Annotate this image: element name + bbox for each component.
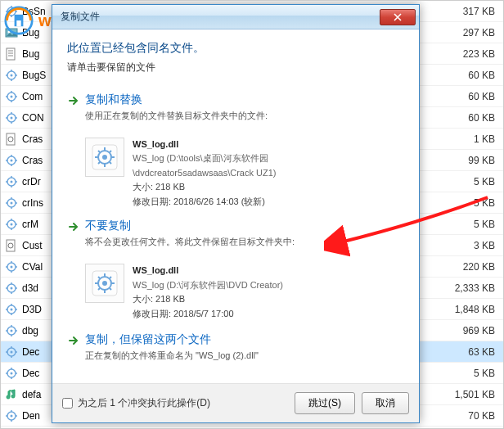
svg-point-92	[11, 372, 13, 374]
svg-point-54	[11, 223, 13, 225]
file-type-icon	[4, 323, 19, 338]
svg-rect-2	[16, 20, 20, 26]
file-date: 修改日期: 2018/6/26 14:03 (较新)	[133, 195, 276, 210]
option-title: 复制和替换	[85, 93, 404, 107]
option-desc: 将不会更改任何文件。将此文件保留在目标文件夹中:	[85, 235, 404, 249]
svg-point-36	[11, 159, 13, 161]
svg-point-130	[102, 281, 107, 286]
svg-line-124	[98, 151, 100, 152]
file-size: 1,848 KB	[446, 304, 503, 315]
dialog-title: 复制文件	[61, 10, 380, 24]
file-path-l1: WS_log (D:\tools\桌面\河东软件园	[133, 151, 276, 166]
svg-point-98	[11, 414, 13, 417]
svg-point-28	[11, 116, 13, 119]
file-type-icon	[4, 196, 19, 210]
file-size: 317 KB	[446, 6, 503, 17]
apply-all-checkbox[interactable]	[62, 398, 73, 409]
file-type-icon	[4, 302, 19, 317]
svg-line-136	[110, 288, 111, 290]
file-size: 220 KB	[446, 261, 503, 273]
file-size: 5 KB	[446, 219, 503, 230]
file-type-icon	[4, 409, 19, 423]
file-size: 1 KB	[446, 133, 503, 145]
file-type-icon	[4, 68, 19, 83]
file-size: 60 KB	[446, 91, 503, 102]
svg-point-48	[11, 201, 13, 204]
file-type-icon	[4, 153, 19, 168]
svg-point-119	[102, 155, 107, 160]
file-size: 99 KB	[446, 155, 503, 166]
gear-dll-icon	[91, 143, 119, 171]
file-size: 5 KB	[446, 176, 503, 187]
close-icon	[394, 13, 402, 21]
skip-button[interactable]: 跳过(S)	[295, 392, 355, 414]
file-type-icon	[4, 387, 19, 402]
file-type-icon	[4, 238, 19, 253]
conflict-subheading: 请单击要保留的文件	[67, 61, 404, 75]
svg-line-125	[110, 162, 111, 164]
option-title: 复制，但保留这两个文件	[85, 332, 404, 347]
svg-line-127	[98, 162, 100, 164]
option-desc: 使用正在复制的文件替换目标文件夹中的文件:	[85, 109, 404, 123]
option-keep-both[interactable]: 复制，但保留这两个文件 正在复制的文件将重命名为 "WS_log (2).dll…	[67, 326, 404, 371]
file-large-icon	[85, 264, 124, 303]
file-name: WS_log.dll	[133, 264, 283, 278]
file-size: 223 KB	[446, 48, 503, 60]
dest-file-box: WS_log.dll WS_log (D:\河东软件园\DVD Creator)…	[85, 264, 404, 321]
svg-point-42	[11, 180, 13, 183]
conflict-heading: 此位置已经包含同名文件。	[67, 41, 404, 56]
file-size: 60 KB	[446, 112, 503, 124]
file-size: 大小: 218 KB	[133, 292, 283, 307]
dialog-body: 此位置已经包含同名文件。 请单击要保留的文件 复制和替换 使用正在复制的文件替换…	[52, 29, 419, 383]
file-size: 63 KB	[446, 346, 503, 358]
svg-point-74	[11, 308, 13, 310]
option-keep[interactable]: 不要复制 将不会更改任何文件。将此文件保留在目标文件夹中:	[67, 212, 404, 257]
file-type-icon	[4, 111, 19, 125]
copy-file-dialog: 复制文件 此位置已经包含同名文件。 请单击要保留的文件 复制和替换 使用正在复制…	[52, 4, 420, 423]
option-title: 不要复制	[85, 219, 404, 233]
option-desc: 正在复制的文件将重命名为 "WS_log (2).dll"	[85, 349, 404, 363]
svg-point-80	[11, 329, 13, 332]
arrow-right-icon	[67, 220, 80, 233]
file-path: WS_log (D:\河东软件园\DVD Creator)	[133, 278, 283, 293]
file-size: 5 KB	[446, 197, 503, 209]
file-large-icon	[85, 138, 124, 177]
file-size: 297 KB	[446, 27, 503, 38]
file-name: WS_log.dll	[133, 138, 276, 152]
svg-line-135	[98, 277, 100, 278]
watermark-prefix: w	[38, 11, 53, 29]
svg-point-22	[11, 95, 13, 97]
file-type-icon	[4, 132, 19, 147]
file-type-icon	[4, 174, 19, 189]
svg-point-16	[11, 74, 13, 76]
source-file-box: WS_log.dll WS_log (D:\tools\桌面\河东软件园 \dv…	[85, 138, 404, 210]
svg-point-68	[11, 287, 13, 289]
cancel-button[interactable]: 取消	[362, 392, 409, 414]
file-size: 1,501 KB	[446, 389, 503, 400]
file-date: 修改日期: 2018/5/7 17:00	[133, 307, 283, 322]
dialog-footer: 为之后 1 个冲突执行此操作(D) 跳过(S) 取消	[52, 383, 419, 422]
file-path-l2: \dvdcreator5sadawsaas\Crack UZ1)	[133, 166, 276, 181]
svg-line-138	[98, 288, 100, 290]
file-size: 70 KB	[446, 410, 503, 422]
file-size: 5 KB	[446, 368, 503, 379]
apply-all-checkbox-label[interactable]: 为之后 1 个冲突执行此操作(D)	[62, 396, 288, 410]
file-type-icon	[4, 281, 19, 296]
dialog-titlebar[interactable]: 复制文件	[52, 5, 419, 29]
close-button[interactable]	[380, 9, 416, 25]
file-type-icon	[4, 366, 19, 381]
gear-dll-icon	[91, 269, 119, 297]
file-size: 大小: 218 KB	[133, 180, 276, 195]
arrow-right-icon	[67, 94, 80, 107]
file-size: 2,333 KB	[446, 282, 503, 294]
file-size: 60 KB	[446, 70, 503, 81]
file-type-icon	[4, 345, 19, 359]
svg-line-126	[110, 151, 111, 152]
svg-line-137	[110, 277, 111, 278]
checkbox-text: 为之后 1 个冲突执行此操作(D)	[78, 396, 210, 410]
file-type-icon	[4, 217, 19, 232]
file-size: 969 KB	[446, 325, 503, 336]
file-type-icon	[4, 47, 19, 61]
svg-point-62	[11, 265, 13, 268]
option-copy-replace[interactable]: 复制和替换 使用正在复制的文件替换目标文件夹中的文件:	[67, 86, 404, 131]
